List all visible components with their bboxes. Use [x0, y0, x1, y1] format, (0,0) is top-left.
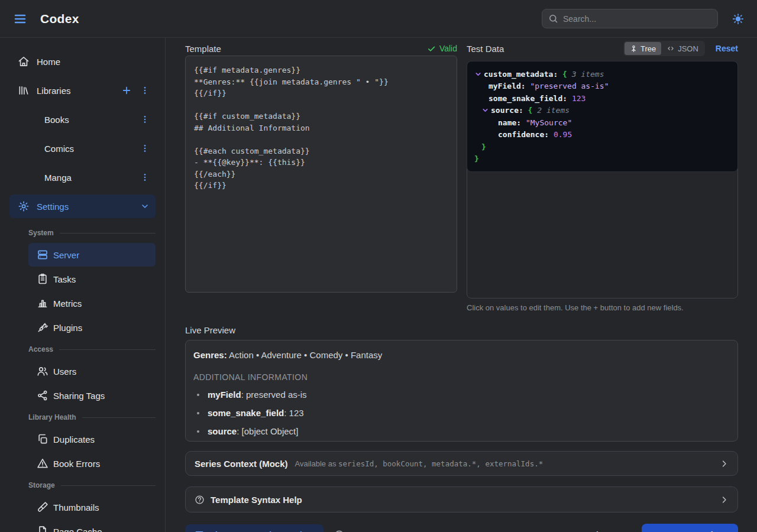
sidebar-nav: HomeLibrariesBooksComicsMangaSettingsSys…: [0, 50, 165, 532]
save-template-button[interactable]: Save Template: [642, 524, 738, 532]
library-icon: [18, 85, 30, 96]
tree-row[interactable]: source: { 2 items: [474, 105, 730, 117]
revert-changes-button[interactable]: Revert Changes: [555, 524, 632, 532]
hamburger-menu-icon[interactable]: [13, 12, 27, 26]
kebab-icon[interactable]: [140, 144, 150, 153]
view-toggle-tree[interactable]: Tree: [625, 42, 661, 55]
info-circle-icon[interactable]: [334, 530, 345, 532]
series-context-accordion[interactable]: Series Context (Mock) Available as serie…: [185, 451, 738, 476]
preview-list-item: some_snake_field: 123: [193, 408, 730, 418]
tree-row[interactable]: name: "MySource": [474, 116, 730, 129]
sidebar: HomeLibrariesBooksComicsMangaSettingsSys…: [0, 38, 166, 532]
sidebar-item-book-errors[interactable]: Book Errors: [28, 452, 156, 475]
template-syntax-help-accordion[interactable]: Template Syntax Help: [185, 486, 738, 512]
preview-list-item: source: [object Object]: [193, 426, 730, 436]
footer-actions: Choose Example Template Revert Changes S…: [185, 523, 738, 532]
theme-sun-icon[interactable]: [732, 13, 744, 25]
check-icon: [427, 44, 436, 53]
test-data-hint: Click on values to edit them. Use the + …: [467, 303, 738, 312]
view-toggle: Tree JSON: [623, 41, 705, 56]
sidebar-section-access: Access: [28, 344, 156, 355]
sidebar-item-label: Home: [37, 57, 60, 67]
gear-icon: [18, 200, 30, 212]
sidebar-item-duplicates[interactable]: Duplicates: [28, 427, 156, 451]
search-input[interactable]: [563, 14, 711, 24]
sidebar-item-metrics[interactable]: Metrics: [28, 291, 156, 315]
test-data-container: custom_metadata: { 3 itemsmyField: "pres…: [467, 61, 738, 299]
search-icon: [548, 14, 558, 24]
sidebar-item-comics[interactable]: Comics: [9, 137, 156, 160]
brush-icon: [37, 501, 48, 513]
preview-genres-value: Action • Adventure • Comedy • Fantasy: [227, 350, 383, 360]
sidebar-item-home[interactable]: Home: [9, 50, 156, 73]
sidebar-item-libraries[interactable]: Libraries: [9, 79, 156, 102]
sidebar-section-system: System: [28, 228, 156, 238]
search-box[interactable]: [542, 9, 718, 28]
clipboard-icon: [37, 273, 48, 285]
sidebar-item-label: Duplicates: [53, 434, 95, 445]
chevron-right-icon: [720, 459, 729, 468]
sidebar-item-users[interactable]: Users: [28, 359, 156, 383]
tree-row[interactable]: confidence: 0.95: [474, 129, 730, 141]
tree-icon: [630, 45, 638, 53]
sidebar-section-library-health: Library Health: [28, 412, 156, 423]
plug-icon: [37, 322, 48, 333]
choose-example-template-button[interactable]: Choose Example Template: [185, 524, 323, 532]
server-icon: [37, 249, 48, 261]
live-preview-card: Genres: Action • Adventure • Comedy • Fa…: [185, 340, 738, 442]
sidebar-item-server[interactable]: Server: [28, 243, 156, 267]
preview-genres-line: Genres: Action • Adventure • Comedy • Fa…: [193, 350, 730, 360]
template-panel: Template Valid {{#if metadata.genres}} *…: [185, 41, 457, 312]
sidebar-item-label: Plugins: [53, 323, 82, 333]
sidebar-item-label: Libraries: [37, 86, 71, 96]
live-preview-title: Live Preview: [185, 325, 738, 335]
tree-row[interactable]: some_snake_field: 123: [474, 92, 730, 105]
share-icon: [37, 390, 48, 401]
users-icon: [37, 365, 48, 377]
test-data-title: Test Data: [467, 44, 504, 54]
tree-row[interactable]: myField: "preserved as-is": [474, 80, 730, 93]
chevron-down-icon[interactable]: [474, 70, 482, 78]
sidebar-item-label: Manga: [44, 173, 72, 183]
sidebar-item-label: Page Cache: [53, 527, 102, 532]
preview-list: myField: preserved as-issome_snake_field…: [193, 390, 730, 436]
sidebar-section-storage: Storage: [28, 480, 156, 491]
preview-section-heading: ADDITIONAL INFORMATION: [193, 372, 730, 382]
chevron-down-icon[interactable]: [140, 202, 150, 211]
tree-row[interactable]: }: [474, 153, 730, 166]
pdf-icon: [37, 525, 48, 532]
chevron-right-icon: [720, 495, 729, 504]
chart-icon: [37, 297, 48, 309]
sidebar-item-label: Server: [53, 250, 79, 260]
kebab-icon[interactable]: [140, 173, 150, 182]
sidebar-item-sharing-tags[interactable]: Sharing Tags: [28, 384, 156, 407]
template-code-editor[interactable]: {{#if metadata.genres}} **Genres:** {{jo…: [185, 56, 457, 293]
tree-row[interactable]: }: [474, 141, 730, 153]
reset-button[interactable]: Reset: [716, 44, 738, 53]
sidebar-item-settings[interactable]: Settings: [9, 194, 156, 218]
sidebar-item-tasks[interactable]: Tasks: [28, 267, 156, 291]
code-icon: [667, 44, 675, 53]
topbar: Codex: [0, 0, 757, 38]
sidebar-item-books[interactable]: Books: [9, 108, 156, 131]
preview-list-item: myField: preserved as-is: [193, 390, 730, 400]
app-title: Codex: [40, 12, 79, 26]
kebab-icon[interactable]: [140, 86, 150, 95]
tree-row[interactable]: custom_metadata: { 3 items: [474, 68, 730, 80]
chevron-down-icon[interactable]: [481, 106, 489, 114]
sidebar-item-plugins[interactable]: Plugins: [28, 316, 156, 339]
sidebar-item-manga[interactable]: Manga: [9, 166, 156, 189]
plus-icon[interactable]: [121, 85, 132, 96]
sidebar-item-label: Books: [44, 115, 69, 125]
template-syntax-help-title: Template Syntax Help: [211, 495, 302, 505]
kebab-icon[interactable]: [140, 115, 150, 124]
view-toggle-json[interactable]: JSON: [661, 42, 704, 55]
copy-icon: [37, 433, 48, 445]
valid-label: Valid: [439, 44, 457, 53]
home-icon: [18, 56, 30, 67]
sidebar-item-label: Tasks: [53, 274, 76, 284]
sidebar-item-thumbnails[interactable]: Thumbnails: [28, 495, 156, 519]
help-circle-icon: [195, 495, 205, 505]
json-tree-view[interactable]: custom_metadata: { 3 itemsmyField: "pres…: [467, 61, 738, 172]
sidebar-item-page-cache[interactable]: Page Cache: [28, 520, 156, 532]
